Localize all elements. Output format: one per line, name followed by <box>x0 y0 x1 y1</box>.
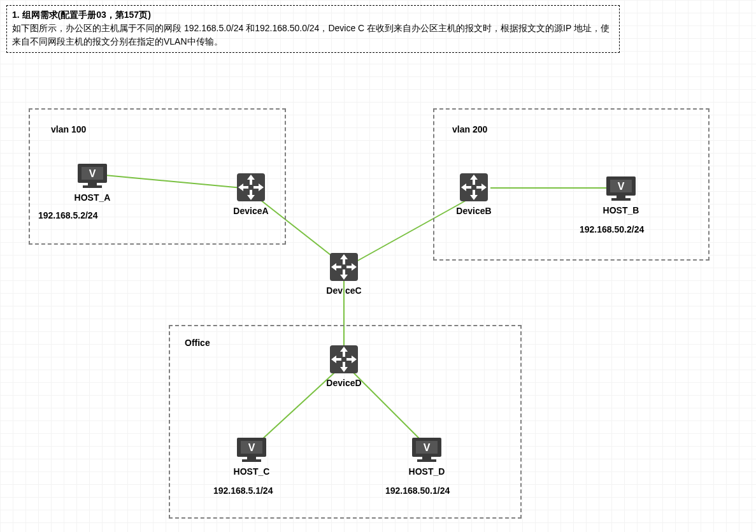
svg-rect-33 <box>247 457 256 459</box>
description-box: 1. 组网需求(配置手册03，第157页) 如下图所示，办公区的主机属于不同的网… <box>6 5 620 53</box>
svg-text:V: V <box>248 442 255 453</box>
host-c-icon: V <box>236 436 267 463</box>
svg-text:V: V <box>89 168 96 179</box>
host-b-icon: V <box>605 175 637 202</box>
host-d-icon: V <box>411 436 443 463</box>
svg-rect-38 <box>422 457 431 459</box>
svg-rect-39 <box>417 459 436 462</box>
host-a-icon: V <box>76 162 108 189</box>
svg-rect-4 <box>83 185 102 188</box>
device-a-icon <box>236 172 266 203</box>
svg-text:V: V <box>618 181 625 192</box>
group-vlan200-label: vlan 200 <box>452 124 487 134</box>
svg-rect-34 <box>242 459 261 462</box>
description-title: 1. 组网需求(配置手册03，第157页) <box>12 10 151 20</box>
description-body: 如下图所示，办公区的主机属于不同的网段 192.168.5.0/24 和192.… <box>12 23 610 47</box>
svg-rect-3 <box>88 183 97 185</box>
device-d-icon <box>329 344 359 375</box>
device-c-icon <box>329 252 359 282</box>
svg-text:V: V <box>424 442 431 453</box>
group-office-label: Office <box>185 338 210 348</box>
svg-rect-19 <box>611 198 631 201</box>
device-b-icon <box>459 172 489 203</box>
group-vlan100-label: vlan 100 <box>51 124 86 134</box>
svg-rect-18 <box>617 196 625 198</box>
